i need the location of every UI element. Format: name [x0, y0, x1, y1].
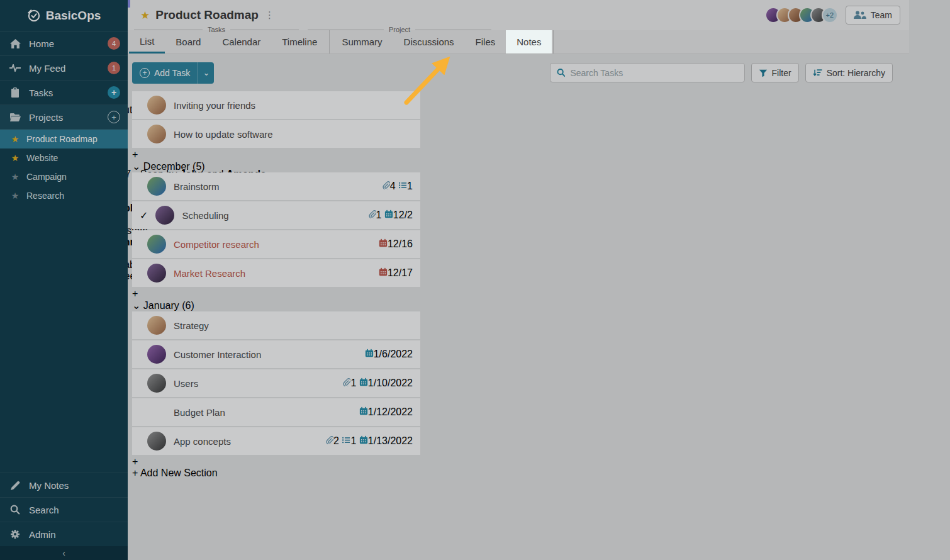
- task-title: Scheduling: [182, 210, 360, 221]
- app-logo[interactable]: BasicOps: [0, 0, 128, 31]
- task-row[interactable]: App concepts 2 1 1/13/2022: [132, 427, 420, 455]
- gear-icon: [9, 529, 21, 539]
- assignee-avatar: [155, 206, 174, 225]
- subtask-count: 1: [342, 435, 356, 446]
- sidebar-item-my-feed[interactable]: My Feed 1: [0, 56, 128, 81]
- search-icon: [9, 505, 21, 515]
- tab-board[interactable]: Board: [165, 30, 211, 53]
- paperclip-icon: [325, 436, 333, 444]
- tab-timeline[interactable]: Timeline: [271, 30, 328, 53]
- chevron-down-icon: ⌄: [132, 161, 140, 172]
- add-task-inline-button[interactable]: +: [132, 149, 138, 160]
- sort-button[interactable]: Sort: Hierarchy: [805, 63, 893, 82]
- paperclip-icon: [342, 378, 350, 386]
- plus-icon: +: [111, 113, 116, 121]
- tab-summary[interactable]: Summary: [331, 30, 393, 53]
- chevron-left-icon: ‹: [62, 548, 65, 558]
- search-icon: [557, 68, 566, 77]
- task-row[interactable]: Inviting your friends: [132, 91, 420, 119]
- assignee-avatar: [147, 432, 166, 451]
- plus-icon: +: [132, 456, 138, 467]
- favorite-star-icon[interactable]: ★: [140, 9, 150, 22]
- add-task-button[interactable]: + Add Task ⌄: [132, 62, 214, 84]
- task-row[interactable]: Market Research 12/17: [132, 259, 420, 287]
- add-task-inline-button[interactable]: +: [132, 456, 138, 467]
- sidebar-item-label: Tasks: [29, 87, 53, 98]
- due-date: 12/2: [384, 210, 413, 220]
- task-row[interactable]: How to update software: [132, 120, 420, 148]
- task-title: App concepts: [174, 436, 318, 447]
- sidebar-item-my-notes[interactable]: My Notes: [0, 473, 128, 497]
- sidebar-item-label: Projects: [29, 112, 63, 123]
- add-new-section-button[interactable]: + Add New Section: [132, 468, 420, 479]
- subtasks-icon: [342, 436, 350, 444]
- task-row[interactable]: Customer Interaction 1/6/2022: [132, 340, 420, 368]
- task-title: Users: [174, 378, 335, 389]
- tab-group-divider: [329, 30, 330, 53]
- home-icon: [9, 39, 21, 48]
- task-row[interactable]: Competitor research 12/16: [132, 230, 420, 258]
- add-task-quick-button[interactable]: +: [108, 86, 120, 99]
- task-row[interactable]: Budget Plan 1/12/2022: [132, 398, 420, 426]
- task-row[interactable]: ✓ Scheduling 1 12/2: [132, 201, 420, 229]
- home-badge: 4: [108, 37, 120, 50]
- add-task-inline-button[interactable]: +: [132, 288, 138, 299]
- calendar-icon: [379, 238, 388, 247]
- sidebar-item-projects[interactable]: Projects +: [0, 105, 128, 130]
- search-tasks-input[interactable]: [570, 68, 737, 78]
- project-header: ★ Product Roadmap ⋮ +2 Team: [128, 0, 909, 30]
- tab-discussions[interactable]: Discussions: [393, 30, 465, 53]
- assignee-avatar: [147, 96, 166, 115]
- due-date-overdue: 12/16: [379, 238, 413, 249]
- section-label: December (5): [143, 161, 205, 172]
- add-new-section-label: Add New Section: [140, 468, 218, 478]
- sidebar-item-admin[interactable]: Admin: [0, 522, 128, 546]
- sidebar-item-tasks[interactable]: Tasks +: [0, 81, 128, 105]
- tab-files[interactable]: Files: [465, 30, 506, 53]
- section-header-december[interactable]: ⌄ December (5): [132, 160, 420, 172]
- attachment-count: 4: [382, 181, 396, 191]
- team-button-label: Team: [871, 10, 892, 20]
- sidebar-project-website[interactable]: ★ Website: [0, 148, 128, 167]
- more-members-badge[interactable]: +2: [822, 7, 838, 23]
- add-project-button[interactable]: +: [108, 111, 120, 123]
- calendar-icon: [384, 210, 393, 218]
- filter-button[interactable]: Filter: [751, 63, 799, 82]
- project-menu-kebab[interactable]: ⋮: [265, 9, 275, 21]
- plus-icon: +: [132, 149, 138, 160]
- list-toolbar: + Add Task ⌄ Filter Sort: Hierarchy: [128, 54, 909, 91]
- star-icon: ★: [10, 153, 20, 163]
- team-icon: [854, 11, 866, 20]
- tasks-icon: [9, 87, 21, 98]
- subtask-count: 1: [398, 181, 413, 191]
- team-button[interactable]: Team: [846, 6, 900, 25]
- task-checkbox-checked[interactable]: ✓: [140, 210, 148, 221]
- sidebar-item-search[interactable]: Search: [0, 497, 128, 522]
- tab-notes[interactable]: Notes: [506, 30, 552, 53]
- calendar-icon: [359, 406, 368, 415]
- sidebar: BasicOps Home 4 My Feed 1 Tasks + Projec…: [0, 0, 128, 560]
- app-root: BasicOps Home 4 My Feed 1 Tasks + Projec…: [0, 0, 950, 560]
- add-task-dropdown-caret[interactable]: ⌄: [198, 62, 214, 84]
- sidebar-item-home[interactable]: Home 4: [0, 31, 128, 56]
- member-avatar-stack[interactable]: +2: [765, 7, 838, 23]
- task-row[interactable]: Users 1 1/10/2022: [132, 369, 420, 397]
- section-header-january[interactable]: ⌄ January (6): [132, 300, 420, 311]
- sidebar-project-product-roadmap[interactable]: ★ Product Roadmap: [0, 130, 128, 148]
- add-task-row: +: [132, 456, 420, 468]
- tab-list[interactable]: List: [129, 30, 165, 53]
- sidebar-collapse-button[interactable]: ‹: [0, 546, 128, 560]
- project-label: Research: [26, 191, 64, 201]
- view-tabs: Tasks Project List Board Calendar Timeli…: [128, 30, 909, 54]
- folder-icon: [9, 113, 21, 121]
- sidebar-item-label: My Feed: [29, 63, 65, 74]
- task-row-selected[interactable]: Brainstorm 4 1: [132, 172, 420, 200]
- task-row[interactable]: Strategy: [132, 311, 420, 339]
- chevron-down-icon: ⌄: [132, 300, 140, 311]
- paperclip-icon: [382, 181, 390, 189]
- tab-calendar[interactable]: Calendar: [211, 30, 271, 53]
- sidebar-project-campaign[interactable]: ★ Campaign: [0, 167, 128, 186]
- sidebar-item-label: Search: [29, 505, 59, 515]
- sidebar-project-research[interactable]: ★ Research: [0, 186, 128, 205]
- task-title: Budget Plan: [174, 407, 352, 418]
